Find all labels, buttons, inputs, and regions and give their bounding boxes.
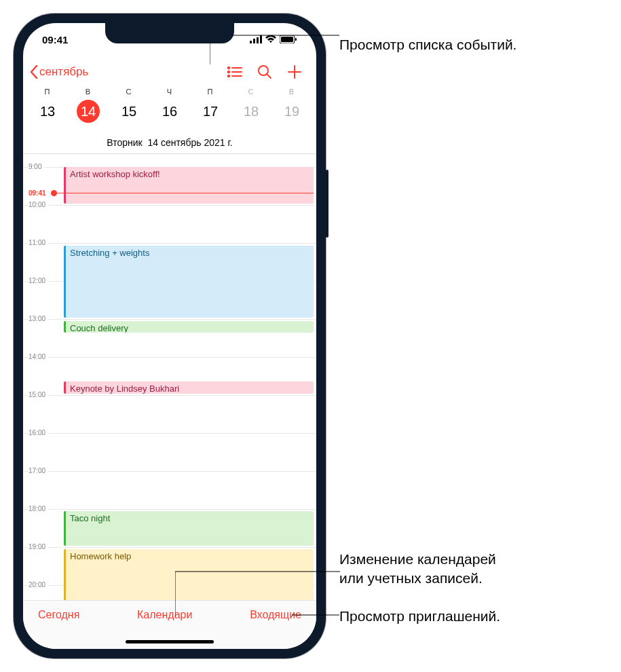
- callout-calendars: Изменение календарей или учетных записей…: [339, 550, 496, 589]
- weekday-label: В: [271, 88, 312, 96]
- week-bar: ПВСЧПСВ 13141516171819: [23, 88, 316, 123]
- svg-rect-0: [250, 41, 252, 43]
- svg-rect-2: [257, 37, 259, 43]
- svg-rect-1: [253, 39, 255, 43]
- hour-label: 9:00: [29, 163, 44, 170]
- event[interactable]: Keynote by Lindsey Bukhari: [64, 381, 314, 394]
- now-label: 09:41: [29, 189, 46, 197]
- weekday-label: В: [68, 88, 109, 96]
- svg-rect-3: [260, 35, 262, 43]
- day-16[interactable]: 16: [149, 100, 190, 123]
- hour-label: 19:00: [29, 543, 48, 550]
- now-indicator: [54, 193, 314, 193]
- weekday-label: П: [190, 88, 231, 96]
- status-time: 09:41: [42, 34, 68, 45]
- hour-line: 10:00: [23, 205, 316, 206]
- hour-line: 16:00: [23, 433, 316, 434]
- timeline: 9:0010:0011:0012:0013:0014:0015:0016:001…: [23, 155, 316, 600]
- svg-point-9: [228, 71, 229, 73]
- phone-frame: 09:41 сентябрь ПВСЧПСВ: [14, 14, 326, 658]
- day-13[interactable]: 13: [27, 100, 68, 123]
- back-label: сентябрь: [39, 65, 88, 79]
- side-button: [326, 170, 328, 238]
- day-17[interactable]: 17: [190, 100, 231, 123]
- hour-line: 19:00: [23, 547, 316, 548]
- hour-line: 13:00: [23, 319, 316, 320]
- day-18[interactable]: 18: [231, 100, 271, 123]
- date-line: Вторник 14 сентябрь 2021 г.: [23, 137, 316, 154]
- cellular-icon: [250, 35, 262, 43]
- event[interactable]: Artist workshop kickoff!: [64, 167, 314, 204]
- svg-rect-5: [281, 37, 293, 42]
- hour-label: 10:00: [29, 201, 48, 208]
- event[interactable]: Couch delivery: [64, 321, 314, 333]
- hour-line: 18:00: [23, 509, 316, 510]
- hour-label: 18:00: [29, 505, 48, 512]
- screen: 09:41 сентябрь ПВСЧПСВ: [23, 23, 316, 649]
- day-view[interactable]: 9:0010:0011:0012:0013:0014:0015:0016:001…: [23, 155, 316, 600]
- status-icons: [250, 35, 297, 43]
- svg-rect-6: [295, 38, 297, 41]
- hour-line: 15:00: [23, 395, 316, 396]
- weekday-label: Ч: [149, 88, 190, 96]
- callout-list-view: Просмотр списка событий.: [339, 35, 516, 54]
- back-button[interactable]: сентябрь: [30, 65, 88, 79]
- today-button[interactable]: Сегодня: [38, 609, 79, 621]
- hour-label: 20:00: [29, 581, 48, 589]
- day-19[interactable]: 19: [271, 100, 312, 123]
- home-indicator[interactable]: [126, 640, 214, 643]
- weekday-label: С: [231, 88, 271, 96]
- battery-icon: [280, 35, 297, 43]
- hour-label: 14:00: [29, 353, 48, 360]
- hour-label: 13:00: [29, 315, 48, 322]
- event[interactable]: Taco night: [64, 511, 314, 546]
- svg-line-14: [267, 74, 271, 78]
- day-14[interactable]: 14: [68, 100, 109, 123]
- full-date: 14 сентябрь 2021 г.: [147, 137, 232, 148]
- hour-label: 17:00: [29, 467, 48, 474]
- weekday-label: П: [27, 88, 68, 96]
- weekday-label: С: [109, 88, 149, 96]
- wifi-icon: [265, 35, 276, 43]
- callout-inbox: Просмотр приглашений.: [339, 607, 500, 626]
- weekday: Вторник: [107, 137, 142, 148]
- event[interactable]: Stretching + weights: [64, 246, 314, 318]
- list-icon: [227, 67, 242, 77]
- hour-label: 15:00: [29, 391, 48, 398]
- leader-3: [292, 611, 339, 619]
- chevron-left-icon: [30, 65, 38, 79]
- notch: [105, 23, 234, 43]
- hour-line: 14:00: [23, 357, 316, 358]
- hour-line: 17:00: [23, 471, 316, 472]
- hour-line: 11:00: [23, 243, 316, 244]
- hour-label: 12:00: [29, 277, 48, 284]
- hour-label: 16:00: [29, 429, 48, 436]
- day-15[interactable]: 15: [109, 100, 149, 123]
- svg-point-11: [228, 75, 229, 77]
- hour-label: 11:00: [29, 239, 48, 246]
